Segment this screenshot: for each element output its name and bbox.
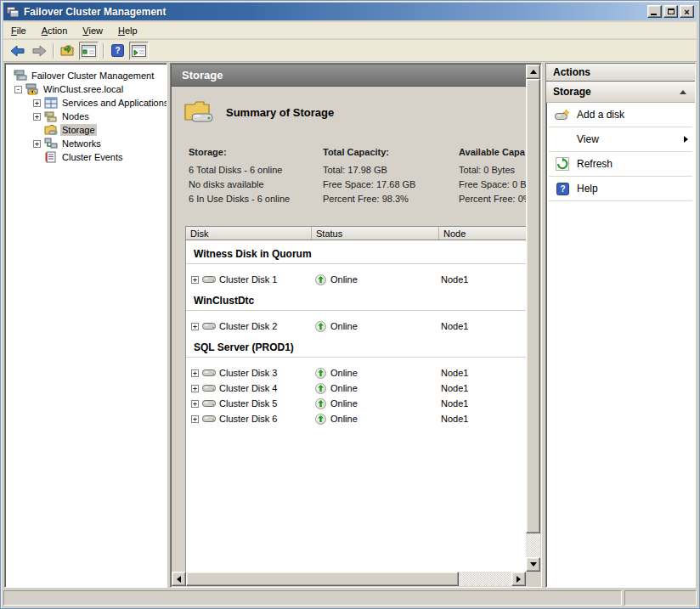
expand-box-icon[interactable]: + — [33, 140, 41, 148]
status-bar — [3, 590, 697, 606]
online-status-icon — [315, 383, 326, 394]
help-toolbar-button[interactable]: ? — [108, 42, 127, 60]
disk-icon — [202, 275, 216, 284]
minimize-button[interactable] — [647, 5, 662, 18]
disks-list: Disk Status Node Witness Disk in Quorum … — [185, 226, 526, 572]
column-header-status[interactable]: Status — [312, 227, 439, 240]
expand-box-icon[interactable]: + — [191, 415, 199, 423]
horizontal-scrollbar[interactable] — [172, 572, 526, 586]
forward-icon — [31, 45, 47, 57]
expand-box-icon[interactable]: + — [33, 99, 41, 107]
scroll-down-icon — [530, 562, 537, 567]
column-header-disk[interactable]: Disk — [186, 227, 312, 240]
node-text: Node1 — [439, 274, 526, 285]
action-help[interactable]: ? Help — [546, 177, 695, 200]
disk-name: Cluster Disk 3 — [219, 368, 277, 378]
help-toolbar-icon: ? — [111, 44, 124, 57]
summary-heading: Storage: — [189, 145, 318, 160]
tree-item-label: Storage — [60, 124, 97, 136]
table-row[interactable]: + Cluster Disk 6 Online — [186, 411, 526, 426]
node-text: Node1 — [439, 414, 526, 424]
scroll-right-button[interactable] — [511, 572, 526, 586]
table-row[interactable]: + Cluster Disk 2 Online — [186, 319, 526, 334]
action-label: Add a disk — [577, 109, 624, 121]
action-label: Refresh — [577, 158, 612, 170]
vertical-scroll-thumb[interactable] — [526, 79, 540, 533]
summary-line: 6 Total Disks - 6 online — [189, 163, 318, 178]
close-button[interactable]: × — [680, 5, 694, 18]
tree-item-root[interactable]: Failover Cluster Management — [5, 69, 167, 82]
action-refresh[interactable]: Refresh — [546, 152, 695, 176]
scroll-left-button[interactable] — [172, 572, 186, 586]
action-view[interactable]: View — [546, 127, 695, 151]
status-text: Online — [330, 321, 358, 331]
summary-line: Percent Free: 0% — [459, 192, 529, 206]
maximize-button[interactable] — [663, 5, 678, 18]
events-icon — [44, 151, 58, 163]
disk-icon — [202, 399, 216, 408]
table-row[interactable]: + Cluster Disk 3 Online — [186, 365, 526, 381]
status-bar-section — [624, 590, 697, 606]
expand-box-icon[interactable]: + — [191, 369, 199, 377]
action-pane-toggle-button[interactable] — [129, 42, 149, 60]
tree-item-nodes[interactable]: + Nodes — [5, 110, 167, 123]
storage-summary: Summary of Storage Storage: 6 Total Disk… — [172, 87, 526, 225]
expand-box-icon[interactable]: + — [191, 400, 199, 408]
horizontal-scroll-track[interactable] — [186, 572, 511, 586]
menu-file[interactable]: File — [3, 23, 34, 38]
menu-action[interactable]: Action — [34, 23, 76, 38]
status-text: Online — [330, 368, 358, 378]
expand-box-icon[interactable]: + — [191, 385, 199, 392]
online-status-icon — [315, 398, 326, 409]
summary-title: Summary of Storage — [226, 106, 334, 119]
back-button[interactable] — [8, 42, 27, 60]
folder-arrow-icon — [60, 44, 75, 57]
scroll-up-button[interactable] — [526, 65, 540, 79]
scroll-down-button[interactable] — [526, 557, 540, 572]
online-status-icon — [315, 414, 326, 425]
horizontal-scroll-thumb[interactable] — [186, 572, 459, 586]
status-text: Online — [330, 274, 358, 285]
collapse-arrow-icon[interactable] — [680, 90, 686, 94]
tree-item-label: Cluster Events — [60, 151, 125, 163]
group-header: Witness Disk in Quorum — [186, 246, 526, 264]
node-text: Node1 — [439, 368, 526, 378]
action-pane-icon — [132, 45, 146, 57]
menu-help[interactable]: Help — [110, 23, 145, 38]
vertical-scrollbar[interactable] — [526, 65, 540, 572]
cluster-warning-icon — [25, 83, 39, 95]
svg-text:?: ? — [115, 46, 120, 55]
console-tree-toggle-button[interactable] — [79, 42, 99, 60]
summary-line: No disks available — [189, 178, 318, 192]
tree-item-label: Nodes — [60, 110, 91, 122]
table-row[interactable]: + Cluster Disk 4 Online — [186, 381, 526, 396]
tree-item-label: WinClust.sree.local — [42, 83, 125, 95]
summary-line: Free Space: 0 By — [459, 178, 529, 192]
tree-item-storage[interactable]: Storage — [5, 123, 167, 137]
tree-item-cluster[interactable]: - WinClust.sree.local — [5, 82, 167, 96]
summary-column-available-capacity: Available Capa Total: 0 Bytes Free Space… — [459, 145, 529, 206]
export-list-button[interactable] — [58, 42, 77, 60]
table-row[interactable]: + Cluster Disk 5 Online — [186, 396, 526, 411]
tree-item-services[interactable]: + Services and Applications — [5, 96, 167, 110]
expand-box-icon[interactable]: + — [33, 113, 41, 121]
actions-group-label: Storage — [553, 86, 591, 98]
group-header: WinClustDtc — [186, 293, 526, 311]
workspace: Failover Cluster Management - WinClust.s… — [3, 62, 697, 589]
expand-box-icon[interactable]: + — [191, 276, 199, 284]
tree-item-cluster-events[interactable]: Cluster Events — [5, 150, 167, 164]
disk-name: Cluster Disk 2 — [219, 321, 277, 331]
action-add-a-disk[interactable]: Add a disk — [546, 103, 695, 127]
table-row[interactable]: + Cluster Disk 1 Online — [186, 272, 526, 287]
summary-heading: Available Capa — [459, 145, 529, 160]
disk-name: Cluster Disk 4 — [219, 383, 277, 393]
expand-box-icon[interactable]: + — [191, 323, 199, 330]
toolbar-separator — [53, 43, 54, 59]
forward-button[interactable] — [29, 42, 48, 60]
column-header-node[interactable]: Node — [439, 227, 526, 240]
collapse-box-icon[interactable]: - — [14, 86, 22, 93]
actions-group-storage[interactable]: Storage — [546, 82, 695, 103]
tree-item-networks[interactable]: + Networks — [5, 137, 167, 150]
vertical-scroll-track[interactable] — [526, 79, 540, 557]
menu-view[interactable]: View — [75, 23, 110, 38]
